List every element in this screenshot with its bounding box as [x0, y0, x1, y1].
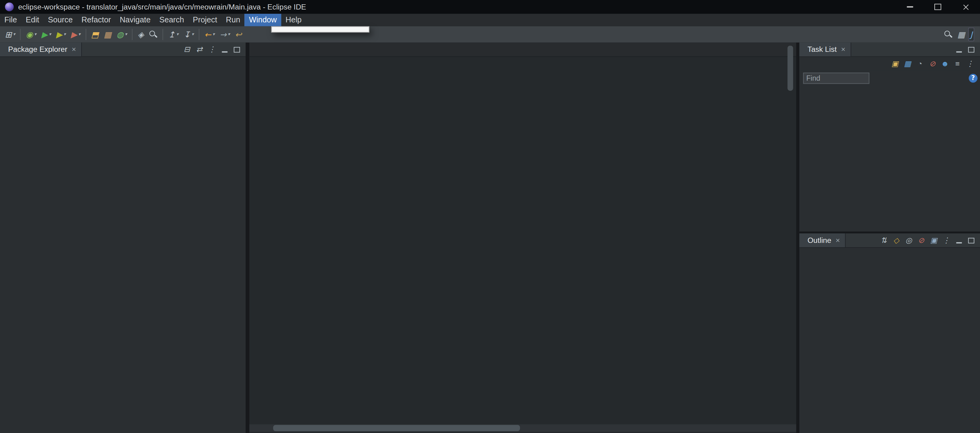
- outline-tree: [799, 248, 980, 250]
- toolbar-prev-annotation-button[interactable]: ↥▾: [166, 27, 180, 42]
- dropdown-arrow-icon: ▾: [228, 32, 230, 37]
- maximize-icon: [934, 4, 941, 10]
- new-wizard-icon: ⊞: [5, 30, 12, 38]
- toolbar-forward-history-button[interactable]: →▾: [218, 27, 232, 42]
- menu-navigate[interactable]: Navigate: [115, 14, 155, 26]
- view-menu-button[interactable]: ⋮: [940, 235, 952, 246]
- maximize-button[interactable]: [924, 0, 952, 14]
- new-task-button[interactable]: ▣: [889, 58, 901, 70]
- menu-edit[interactable]: Edit: [21, 14, 44, 26]
- eclipse-window: eclipse-workspace - translator_java/src/…: [0, 0, 980, 433]
- horizontal-scrollbar[interactable]: [249, 424, 796, 432]
- toolbar-separator: [132, 29, 133, 40]
- toolbar-java-perspective-button[interactable]: J: [968, 27, 975, 42]
- find-input[interactable]: [803, 73, 869, 84]
- outline-tab[interactable]: Outline ×: [799, 233, 846, 247]
- maximize-button[interactable]: [966, 44, 977, 55]
- package-explorer-tab[interactable]: Package Explorer ×: [0, 43, 82, 56]
- close-icon[interactable]: ×: [72, 45, 76, 54]
- toolbar-run-button[interactable]: ▶▾: [40, 27, 53, 42]
- hide-fields-button[interactable]: ◇: [891, 235, 902, 246]
- hide-non-public-button[interactable]: ⊘: [916, 235, 927, 246]
- toolbar-back-history-button[interactable]: ←▾: [202, 27, 216, 42]
- open-perspective-icon: ▦: [957, 30, 965, 38]
- menu-window[interactable]: Window: [245, 14, 281, 26]
- toolbar-last-edit-location-button[interactable]: ↩: [233, 27, 244, 42]
- editor-area: [249, 43, 796, 433]
- splitter[interactable]: [246, 43, 249, 433]
- toolbar-run-external-tools-button[interactable]: ▶▾: [69, 27, 83, 42]
- code-editor[interactable]: [249, 56, 796, 433]
- toolbar-new-package-button[interactable]: ▦: [102, 27, 113, 42]
- menu-run[interactable]: Run: [221, 14, 244, 26]
- new-java-project-icon: ⬒: [91, 30, 99, 38]
- hide-local-types-icon: ▣: [930, 236, 937, 245]
- open-type-icon: ◈: [138, 30, 144, 38]
- horizontal-scrollbar-thumb[interactable]: [273, 425, 520, 431]
- toolbar-new-java-project-button[interactable]: ⬒: [89, 27, 100, 42]
- toolbar-search-icon[interactable]: [147, 27, 159, 42]
- dropdown-arrow-icon: ▾: [177, 32, 178, 37]
- menu-file[interactable]: File: [0, 14, 21, 26]
- menu-refactor[interactable]: Refactor: [77, 14, 115, 26]
- toolbar-search-icon[interactable]: [942, 27, 954, 42]
- link-with-editor-button[interactable]: ⇄: [194, 44, 205, 55]
- dropdown-arrow-icon: ▾: [34, 32, 37, 37]
- minimize-button[interactable]: [896, 0, 924, 14]
- menu-project[interactable]: Project: [188, 14, 221, 26]
- toolbar-debug-button[interactable]: ◉▾: [24, 27, 38, 42]
- task-list-tab[interactable]: Task List ×: [799, 43, 851, 56]
- eclipse-logo-icon: [5, 2, 14, 11]
- task-owner-button[interactable]: ☻: [939, 58, 951, 70]
- sort-icon: ≡: [955, 59, 959, 69]
- editor-tab-bar: [249, 43, 796, 57]
- minimize-button[interactable]: [953, 235, 964, 246]
- scheduled-button[interactable]: ◔: [915, 58, 926, 70]
- toolbar-coverage-button[interactable]: ▶▾: [54, 27, 68, 42]
- menu-source[interactable]: Source: [43, 14, 77, 26]
- task-list-title: Task List: [808, 45, 837, 54]
- splitter[interactable]: [796, 43, 799, 433]
- close-button[interactable]: [952, 0, 980, 14]
- right-panel: Task List × ▣▦◔⊘☻≡⋮ ? Ou: [799, 43, 980, 433]
- last-edit-location-icon: ↩: [235, 30, 242, 38]
- toolbar-new-wizard-button[interactable]: ⊞▾: [3, 27, 17, 42]
- toolbar-open-perspective-button[interactable]: ▦: [956, 27, 967, 42]
- hide-static-button[interactable]: ◎: [903, 235, 915, 246]
- search-icon: [149, 30, 158, 39]
- sort-button[interactable]: ≡: [952, 58, 963, 70]
- outline-view: Outline × ⇅◇◎⊘▣⋮: [799, 233, 980, 250]
- package-explorer-title: Package Explorer: [8, 45, 67, 54]
- toolbar-open-type-button[interactable]: ◈: [136, 27, 146, 42]
- new-class-icon: ◍: [116, 30, 123, 38]
- view-menu-button[interactable]: ⋮: [964, 58, 976, 70]
- window-menu-dropdown: [271, 26, 369, 32]
- vertical-scrollbar-thumb[interactable]: [788, 46, 793, 91]
- collapse-all-button[interactable]: ⊟: [181, 44, 192, 55]
- forward-history-icon: →: [220, 30, 226, 38]
- hide-completed-button[interactable]: ⊘: [927, 58, 939, 70]
- hide-local-types-button[interactable]: ▣: [928, 235, 940, 246]
- run-external-tools-icon: ▶: [71, 30, 77, 38]
- maximize-button[interactable]: [966, 235, 977, 246]
- categorized-button[interactable]: ▦: [902, 58, 913, 70]
- menu-help[interactable]: Help: [281, 14, 306, 26]
- help-icon[interactable]: ?: [969, 74, 978, 83]
- prev-annotation-icon: ↥: [169, 30, 175, 38]
- toolbar-next-annotation-button[interactable]: ↧▾: [181, 27, 196, 42]
- toolbar-new-class-button[interactable]: ◍▾: [115, 27, 129, 42]
- window-title: eclipse-workspace - translator_java/src/…: [18, 2, 306, 11]
- maximize-icon: [968, 237, 974, 243]
- hide-fields-icon: ◇: [893, 236, 899, 245]
- minimize-button[interactable]: [219, 44, 230, 55]
- sort-button[interactable]: ⇅: [878, 235, 889, 246]
- task-list-view: Task List × ▣▦◔⊘☻≡⋮ ?: [799, 43, 980, 232]
- minimize-icon: [221, 51, 227, 52]
- minimize-button[interactable]: [953, 44, 964, 55]
- menu-search[interactable]: Search: [155, 14, 188, 26]
- close-icon[interactable]: ×: [841, 45, 845, 54]
- view-menu-button[interactable]: ⋮: [206, 44, 218, 55]
- toolbar-separator: [162, 29, 163, 40]
- close-icon[interactable]: ×: [836, 236, 840, 245]
- maximize-button[interactable]: [231, 44, 243, 55]
